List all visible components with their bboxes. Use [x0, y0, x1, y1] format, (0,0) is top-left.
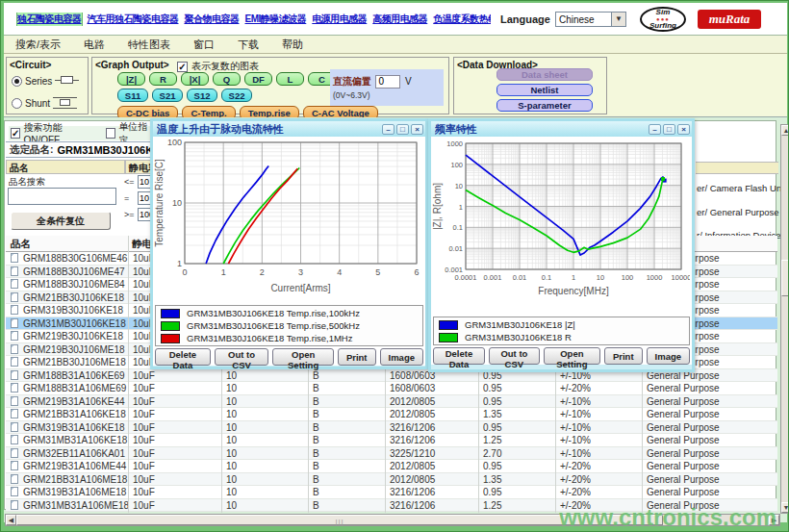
nav-link-3[interactable]: EMI静噪滤波器 [245, 13, 307, 26]
nav-link-4[interactable]: 电源用电感器 [312, 13, 367, 26]
window-title-bar[interactable]: 频率特性 – □ × [431, 121, 692, 137]
name-search-input[interactable] [8, 188, 116, 205]
nav-link-5[interactable]: 高频用电感器 [372, 13, 427, 26]
chart-button-print[interactable]: Print [338, 348, 376, 366]
menu-item-2[interactable]: 特性图表 [128, 38, 170, 52]
checkbox-checked-icon[interactable]: ✓ [177, 62, 188, 72]
menu-item-0[interactable]: 搜索/表示 [15, 38, 61, 52]
param-button-2[interactable]: |X| [181, 72, 209, 86]
table-cell: 0.95 [483, 487, 501, 497]
checkbox-checked-icon[interactable]: ✓ [11, 128, 20, 139]
table-cell: GRM188B31A106ME69 [23, 383, 126, 393]
chart-button-image[interactable]: Image [380, 348, 423, 366]
table-row[interactable]: GRM32EB11A106KA0110uF10B3225/12102.70+/-… [6, 447, 777, 461]
param-button-3[interactable]: Q [213, 72, 241, 86]
shunt-radio-button[interactable] [12, 98, 22, 109]
complex-graph-label: 表示复数的图表 [191, 60, 259, 73]
svg-text:0.01: 0.01 [448, 244, 463, 253]
complex-graph-toggle[interactable]: ✓ 表示复数的图表 [177, 60, 259, 73]
table-row[interactable]: GRM21BB31A106KE1810uF10B2012/08051.35+/-… [6, 408, 777, 421]
table-row[interactable]: GRM188B31A106ME6910uF10B1608/06030.95+/-… [6, 382, 777, 395]
checkbox-unchecked-icon[interactable] [106, 128, 115, 139]
nav-link-1[interactable]: 汽车用独石陶瓷电容器 [88, 13, 179, 26]
table-cell: GRM31MB30J106KE18 [23, 318, 126, 329]
menu-item-3[interactable]: 窗口 [193, 38, 215, 52]
chart-button-out-to-csv[interactable]: Out to CSV [215, 348, 269, 366]
table-row[interactable]: GRM219B31A106ME4410uF10B2012/08050.95+/-… [6, 460, 777, 473]
cap-filter-op: <= [124, 177, 136, 187]
sparam-button-1[interactable]: S21 [152, 89, 183, 102]
sparam-button-3[interactable]: S22 [221, 89, 252, 102]
chart-button-open-setting[interactable]: Open Setting [544, 347, 600, 365]
sparam-button-0[interactable]: S11 [117, 89, 148, 102]
dc-bias-input[interactable] [375, 75, 400, 89]
minimize-icon[interactable]: – [382, 124, 394, 135]
table-row[interactable]: GRM21BB31A106ME1810uF10B2012/08051.35+/-… [6, 473, 777, 487]
svg-text:1: 1 [221, 267, 226, 277]
table-cell: GRM319B31A106ME18 [23, 487, 126, 497]
top-bar: 独石陶瓷电容器汽车用独石陶瓷电容器聚合物电容器EMI静噪滤波器电源用电感器高频用… [4, 3, 787, 36]
window-title-bar[interactable]: 温度上升由于脉动电流特性 – □ × [153, 121, 425, 137]
chart-button-out-to-csv[interactable]: Out to CSV [489, 347, 540, 365]
table-row[interactable]: GRM219B31A106KE4410uF10B2012/08050.95+/-… [6, 395, 777, 409]
sparam-button-2[interactable]: S12 [187, 89, 217, 102]
vertical-scrollbar[interactable]: ▲ ▼ [780, 124, 789, 514]
search-toggles: ✓ 搜索功能 ON/OFF 单位指定 [9, 126, 153, 140]
document-icon [11, 487, 18, 496]
param-button-5[interactable]: L [276, 72, 304, 86]
frequency-chart-window: 频率特性 – □ × 0.0010.010.111010010000.00010… [428, 118, 695, 372]
close-icon[interactable]: × [677, 124, 690, 135]
chart-window-buttons: Delete DataOut to CSVOpen SettingPrintIm… [431, 345, 692, 365]
download-button-2[interactable]: S-parameter [496, 99, 593, 112]
table-cell: General Purpose [647, 474, 720, 485]
vertical-scroll-thumb[interactable] [781, 260, 789, 296]
svg-text:10000: 10000 [672, 273, 690, 282]
svg-text:0.001: 0.001 [484, 273, 502, 282]
legend-swatch [161, 334, 180, 343]
series-radio-button[interactable] [12, 76, 22, 87]
scroll-down-icon[interactable]: ▼ [781, 502, 789, 513]
chart-button-print[interactable]: Print [604, 347, 643, 365]
chart-button-delete-data[interactable]: Delete Data [433, 347, 485, 365]
table-cell: General Purpose [647, 487, 720, 497]
nav-link-0[interactable]: 独石陶瓷电容器 [17, 13, 82, 26]
language-value[interactable]: Chinese [555, 12, 611, 27]
table-cell: 10uF [133, 396, 155, 407]
nav-link-6[interactable]: 负温度系数热敏电阻 [433, 13, 491, 26]
download-button-0[interactable]: Data sheet [496, 68, 593, 81]
maximize-icon[interactable]: □ [396, 124, 409, 135]
scroll-left-icon[interactable]: ◀ [6, 515, 16, 525]
menu-item-4[interactable]: 下载 [238, 38, 259, 52]
table-row[interactable]: GRM319B31A106KE1810uF10B3216/12060.95+/-… [6, 421, 777, 435]
minimize-icon[interactable]: – [649, 124, 661, 135]
chevron-down-icon[interactable]: ▼ [611, 12, 626, 27]
download-button-1[interactable]: Netlist [496, 84, 593, 96]
param-button-4[interactable]: DF [244, 72, 272, 86]
nav-link-2[interactable]: 聚合物电容器 [185, 13, 240, 26]
table-cell: 1.35 [483, 409, 501, 419]
scroll-up-icon[interactable]: ▲ [781, 125, 789, 136]
menu-item-1[interactable]: 电路 [84, 38, 105, 52]
svg-text:6: 6 [414, 267, 419, 277]
language-select[interactable]: Chinese ▼ [555, 12, 626, 27]
download-buttons: Data sheetNetlistS-parameter [496, 68, 593, 112]
table-cell: B [313, 487, 319, 497]
close-icon[interactable]: × [411, 124, 423, 135]
chart-button-open-setting[interactable]: Open Setting [272, 348, 334, 366]
maximize-icon[interactable]: □ [663, 124, 675, 135]
reset-conditions-button[interactable]: 全条件复位 [11, 212, 111, 230]
svg-text:10: 10 [597, 273, 604, 282]
chart-button-delete-data[interactable]: Delete Data [155, 348, 211, 366]
table-row[interactable]: GRM319B31A106ME1810uF10B3216/12060.95+/-… [6, 486, 777, 499]
chart-button-image[interactable]: Image [647, 347, 690, 365]
table-cell: 10uF [133, 422, 155, 433]
param-button-0[interactable]: |Z| [117, 72, 145, 86]
table-row[interactable]: GRM31MB31A106KE1810uF10B3216/12061.25+/-… [6, 434, 777, 447]
radio-shunt[interactable]: Shunt [12, 96, 78, 110]
table-cell: GRM219B30J106KE18 [23, 331, 123, 342]
param-button-1[interactable]: R [149, 72, 177, 86]
radio-series[interactable]: Series [12, 74, 80, 88]
menu-item-5[interactable]: 帮助 [282, 38, 303, 52]
table-cell: 0.95 [483, 396, 501, 407]
table-cell: B [313, 448, 319, 459]
